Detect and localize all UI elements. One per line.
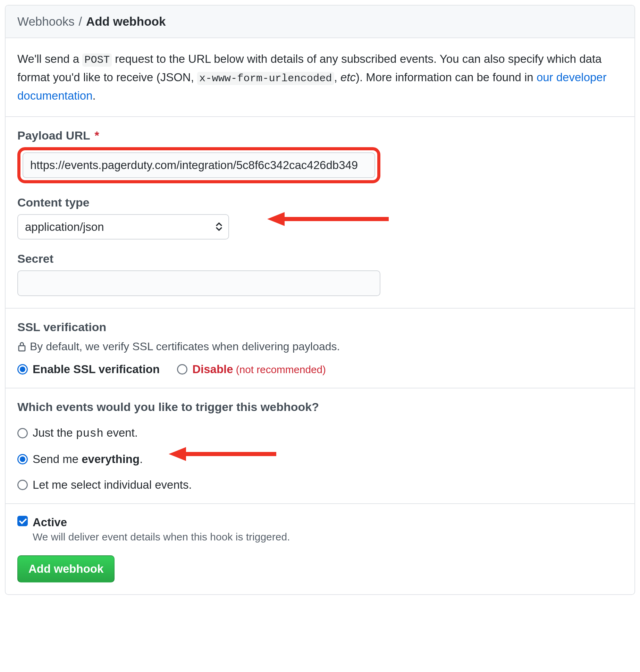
breadcrumb-current: Add webhook — [86, 15, 166, 28]
arrow-annotation-everything — [169, 445, 276, 463]
content-type-select[interactable]: application/json — [17, 214, 229, 240]
payload-url-label: Payload URL * — [17, 129, 623, 142]
svg-marker-4 — [169, 447, 186, 461]
secret-input[interactable] — [17, 270, 380, 296]
ssl-enable-option[interactable]: Enable SSL verification — [17, 363, 160, 376]
events-everything-option[interactable]: Send me everything. — [17, 453, 623, 466]
payload-url-group: Payload URL * — [17, 129, 623, 183]
lock-icon — [17, 342, 26, 352]
ssl-section: SSL verification By default, we verify S… — [6, 309, 634, 388]
submit-section: Active We will deliver event details whe… — [6, 504, 634, 594]
post-code: POST — [82, 53, 112, 67]
events-individual-option[interactable]: Let me select individual events. — [17, 478, 623, 492]
events-everything-radio[interactable] — [17, 454, 28, 464]
ssl-disable-option[interactable]: Disable (not recommended) — [177, 363, 326, 376]
ssl-hint-row: By default, we verify SSL certificates w… — [17, 340, 623, 353]
svg-marker-1 — [267, 212, 285, 226]
events-push-radio[interactable] — [17, 428, 28, 438]
content-type-select-wrap: application/json — [17, 214, 229, 240]
payload-url-input[interactable] — [23, 152, 375, 178]
breadcrumb-parent: Webhooks — [17, 15, 75, 28]
events-section: Which events would you like to trigger t… — [6, 388, 634, 504]
active-checkbox[interactable] — [17, 516, 28, 526]
breadcrumb-separator: / — [78, 15, 85, 28]
ssl-title: SSL verification — [17, 320, 623, 334]
ssl-radio-row: Enable SSL verification Disable (not rec… — [17, 363, 623, 376]
panel-header: Webhooks / Add webhook — [6, 6, 634, 38]
add-webhook-button[interactable]: Add webhook — [17, 555, 115, 582]
active-option[interactable]: Active We will deliver event details whe… — [17, 516, 623, 543]
active-desc: We will deliver event details when this … — [33, 531, 290, 543]
svg-rect-2 — [19, 346, 25, 351]
events-individual-radio[interactable] — [17, 480, 28, 490]
arrow-annotation-content-type — [267, 210, 389, 228]
intro-section: We'll send a POST request to the URL bel… — [6, 38, 634, 117]
content-type-group: Content type application/json — [17, 196, 623, 240]
intro-text: We'll send a POST request to the URL bel… — [17, 50, 623, 104]
events-title: Which events would you like to trigger t… — [17, 400, 623, 414]
required-star: * — [95, 129, 99, 142]
content-type-label: Content type — [17, 196, 623, 209]
active-label: Active — [33, 516, 290, 529]
events-push-option[interactable]: Just the push event. — [17, 426, 623, 440]
webhook-settings-panel: Webhooks / Add webhook We'll send a POST… — [5, 5, 635, 595]
ssl-hint-text: By default, we verify SSL certificates w… — [30, 340, 340, 353]
ssl-disable-radio[interactable] — [177, 364, 187, 375]
secret-label: Secret — [17, 252, 623, 266]
ssl-enable-radio[interactable] — [17, 364, 28, 375]
secret-group: Secret — [17, 252, 623, 296]
payload-url-highlight — [17, 147, 380, 183]
urlencoded-code: x-www-form-urlencoded — [197, 72, 334, 85]
payload-section: Payload URL * Content type application/j… — [6, 117, 634, 309]
